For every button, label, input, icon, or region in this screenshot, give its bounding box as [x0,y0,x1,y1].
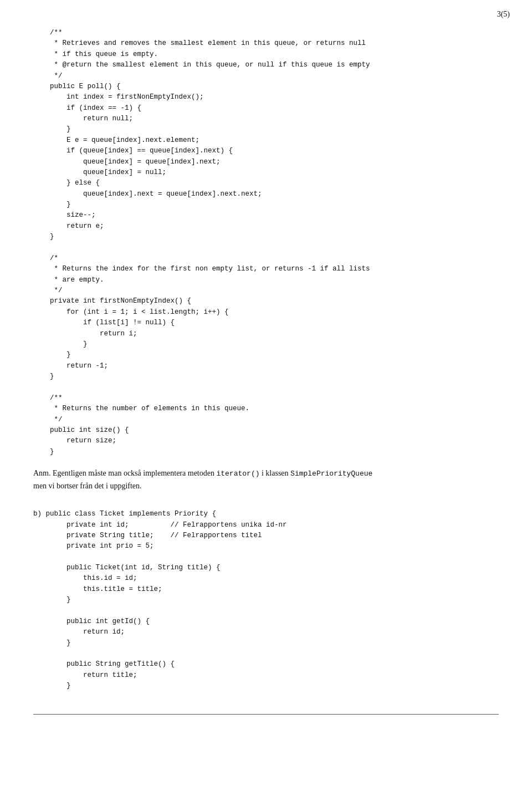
note-text: Anm. Egentligen måste man också implemen… [33,467,499,492]
page-rule [33,714,499,715]
code-block-poll: /** * Retrieves and removes the smallest… [33,28,499,457]
note-code-iterator: iterator() [216,470,259,478]
page-number: 3(5) [497,10,510,19]
note-code-class: SimplePriorityQueue [290,470,372,478]
page-container: 3(5) /** * Retrieves and removes the sma… [0,0,532,811]
code-block-ticket: b) public class Ticket implements Priori… [33,509,499,691]
